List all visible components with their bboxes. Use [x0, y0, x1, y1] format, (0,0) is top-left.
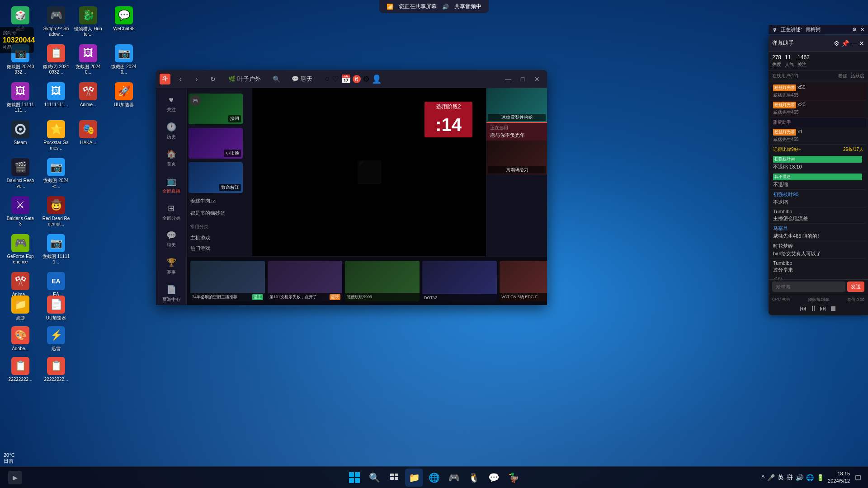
- settings-icon[interactable]: ⚙: [363, 74, 370, 84]
- gift-msg-1-content: x50: [797, 84, 806, 90]
- desktop-icon-screenshot6[interactable]: 📷 微截图 111111...: [40, 232, 72, 268]
- sidebar-events[interactable]: 🏆 赛事: [156, 254, 186, 279]
- cat-hotgame[interactable]: 热门游戏: [187, 243, 252, 253]
- desktop-icon-sk4pro[interactable]: 🎮 Sk4pro™ Shadow...: [40, 5, 72, 41]
- streamer-settings-icon[interactable]: ⚙: [852, 27, 857, 33]
- tray-volume[interactable]: 🔊: [796, 474, 803, 481]
- nav-back-btn[interactable]: ‹: [174, 73, 187, 85]
- sidebar-home[interactable]: 🏠 首页: [156, 145, 186, 171]
- assistant-minimize-icon[interactable]: —: [851, 40, 857, 47]
- taskbar-app-games[interactable]: 🎮: [445, 469, 463, 487]
- sidebar-history[interactable]: 🕐 历史: [156, 118, 186, 144]
- bottom-thumb-5[interactable]: VCT CN 5场 EDG-F 千嘉初约: [500, 261, 547, 301]
- channel-item-1[interactable]: 深凹 🎮: [187, 92, 252, 126]
- ctrl-prev-btn[interactable]: ⏮: [800, 305, 807, 313]
- nav-tab-chat[interactable]: 💬 聊天: [286, 73, 318, 85]
- nav-search-btn[interactable]: 🔍: [270, 73, 283, 85]
- channel-list[interactable]: 深凹 🎮 小币脸 致命枝江: [187, 88, 252, 256]
- desktop-icon-adobe[interactable]: 🎨 Adobe...: [5, 324, 36, 353]
- tray-network[interactable]: 🌐: [806, 474, 814, 481]
- desktop-icon-uu[interactable]: 🚀 UU加速器: [108, 80, 140, 117]
- taskbar-app-chat[interactable]: 💬: [485, 469, 503, 487]
- chat-input[interactable]: [772, 282, 845, 292]
- streamer-close-btn[interactable]: ✕: [860, 27, 864, 33]
- desktop-icon-doc[interactable]: 📄 UU加速器: [40, 294, 72, 323]
- nav-tab-outdoor[interactable]: 🌿 叶子户外: [223, 73, 266, 85]
- maximize-btn[interactable]: □: [516, 73, 529, 85]
- desktop-icon-davinci[interactable]: 🎬 DaVinci Resolve...: [5, 156, 36, 192]
- desktop-icon-geforce[interactable]: 🎮 GeForce Experience: [5, 232, 36, 268]
- chat-messages-area[interactable]: 粉丝灯光带x50 威猛先生465 粉丝灯光带x20 威猛先生465 甜蜜助手 粉…: [769, 81, 868, 279]
- desktop-icon-baldurs[interactable]: ⚔ Balder's Gate 3: [5, 194, 36, 230]
- sidebar-follow[interactable]: ♥ 关注: [156, 92, 186, 117]
- search-button[interactable]: 🔍: [365, 469, 383, 487]
- system-clock[interactable]: 18:15 2024/5/12: [828, 470, 850, 484]
- tray-chevron[interactable]: ^: [761, 474, 764, 481]
- notification-center-btn[interactable]: [854, 469, 863, 487]
- bottom-thumb-2[interactable]: 第101次相亲失败，点开了 盗映: [268, 261, 342, 301]
- desktop-icon-screenshot3[interactable]: 🖼 微截图 11111111...: [5, 80, 36, 117]
- desktop-icon-hunter[interactable]: 🐉 怪物猎人 Hunter...: [72, 5, 104, 41]
- nav-forward-btn[interactable]: ›: [190, 73, 203, 85]
- close-btn[interactable]: ✕: [531, 73, 543, 85]
- ctrl-stop-btn[interactable]: ⏹: [830, 305, 837, 313]
- channel-hostname-2[interactable]: 都是爷的猫砂盆: [187, 207, 252, 219]
- assistant-pin-icon[interactable]: 📌: [841, 40, 849, 47]
- desktop-icon-steam[interactable]: Steam: [5, 118, 36, 155]
- bottom-thumb-1[interactable]: 24年必刷的空旧主播推荐 是主: [190, 261, 265, 301]
- desktop-icon-doc3[interactable]: 📋 22222222...: [40, 355, 72, 384]
- desktop-icon-haka[interactable]: 🎭 HAKA...: [72, 118, 104, 155]
- desktop-icon-wechat[interactable]: 💬 WeChat98: [108, 5, 140, 41]
- assistant-bottom-stats: CPU 48% |4帧/每2448 差值 0.00 ⏮ ⏸ ⏭ ⏹: [769, 294, 868, 315]
- desktop-icon-screenshot8[interactable]: 📷 微截图 20240...: [108, 42, 140, 79]
- desktop-icon-thunder[interactable]: ⚡ 迅雷: [40, 324, 72, 353]
- minimize-btn[interactable]: —: [502, 73, 514, 85]
- tray-lang-cn[interactable]: 拼: [787, 474, 793, 482]
- tray-battery[interactable]: 🔋: [816, 474, 824, 481]
- bottom-thumb-3[interactable]: 随便玩玩9999: [345, 261, 420, 301]
- sidebar-categories[interactable]: ⊞ 全部分类: [156, 200, 186, 225]
- cat-maingame[interactable]: 主机游戏: [187, 233, 252, 243]
- channel-item-3[interactable]: 致命枝江: [187, 160, 252, 195]
- sidebar-live[interactable]: 📺 全部直播: [156, 173, 186, 198]
- assistant-settings-icon[interactable]: ⚙: [834, 40, 840, 47]
- drift-stat: 差值 0.00: [847, 297, 864, 303]
- desktop-icon-rockstar[interactable]: ⭐ Rockstar Games...: [40, 118, 72, 155]
- nav-refresh-btn[interactable]: ↻: [207, 73, 219, 85]
- desktop-icon-doc2[interactable]: 📋 22222222...: [5, 355, 36, 384]
- channel-hostname-1[interactable]: 姜丝牛肉zz|: [187, 195, 252, 207]
- desktop-icon-screenshot7[interactable]: 🖼 微截图 20240...: [72, 42, 104, 79]
- desktop-icon-folder[interactable]: 📁 桌游: [5, 294, 36, 323]
- taskview-button[interactable]: [385, 469, 403, 487]
- running-app-indicator[interactable]: ▶: [4, 469, 26, 487]
- chat-msg-1: 初强枝叶90 不退缩 18:10: [770, 155, 866, 172]
- desktop-icon-screenshot4[interactable]: 🖼 11111111...: [40, 80, 72, 117]
- right-stream-2[interactable]: 真塌玛给力: [486, 141, 547, 174]
- calendar-icon[interactable]: 📅: [341, 74, 351, 84]
- desktop-icon-screenshot5[interactable]: 📷 微截图 2024社...: [40, 156, 72, 192]
- desktop-icon-screenshot2[interactable]: 📋 微截(2) 20240932...: [40, 42, 72, 79]
- bottom-thumb-4[interactable]: DOTA2: [422, 261, 497, 301]
- assistant-stats: 278 热度 11 人气 1462 关注: [769, 52, 868, 71]
- heart-icon[interactable]: ♡: [332, 74, 339, 84]
- desktop-icon-anime2[interactable]: 🎌 Anime...: [72, 80, 104, 117]
- ctrl-next-btn[interactable]: ⏭: [820, 305, 827, 313]
- bookmark-icon[interactable]: ○: [325, 74, 330, 84]
- taskbar-app-edge[interactable]: 🌐: [425, 469, 443, 487]
- taskbar-app-tencent[interactable]: 🐧: [465, 469, 483, 487]
- ctrl-play-btn[interactable]: ⏸: [810, 305, 817, 313]
- sidebar-chat[interactable]: 💬 聊天: [156, 227, 186, 252]
- start-button[interactable]: [345, 469, 363, 487]
- desktop-icon-rdr[interactable]: 🤠 Red Dead Redempt...: [40, 194, 72, 230]
- sidebar-webcenter[interactable]: 📄 页游中心: [156, 281, 186, 305]
- assistant-close-icon[interactable]: ✕: [859, 40, 864, 47]
- user-icon[interactable]: 👤: [372, 74, 382, 84]
- right-stream-1[interactable]: 冰糖雪梨姓哈哈: [486, 88, 547, 122]
- taskbar-app-explorer[interactable]: 📁: [405, 469, 423, 487]
- tray-mic[interactable]: 🎤: [767, 474, 775, 481]
- taskbar-app-streaming[interactable]: 🦆: [505, 469, 523, 487]
- channel-item-2[interactable]: 小币脸: [187, 126, 252, 160]
- send-danmaku-btn[interactable]: 发送: [847, 282, 864, 292]
- right-stream-active[interactable]: 正在选用 愿与你不负光年: [486, 123, 547, 141]
- tray-lang-en[interactable]: 英: [778, 474, 784, 482]
